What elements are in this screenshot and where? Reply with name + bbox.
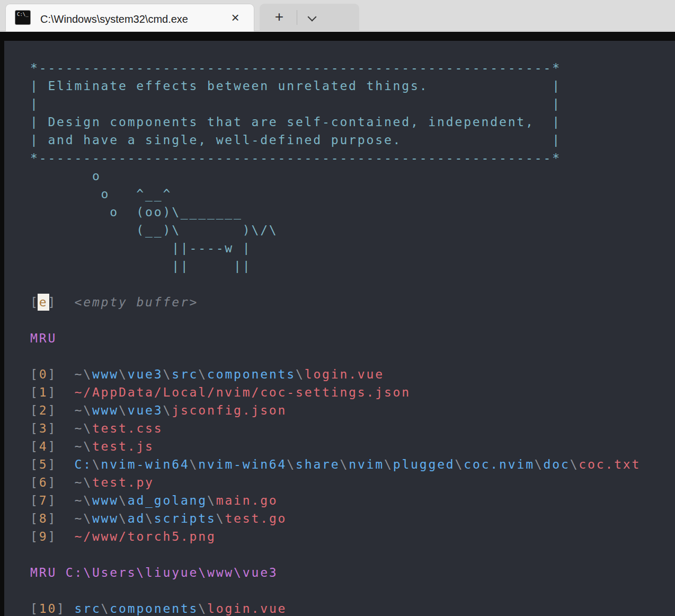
startify-entry-line[interactable]: [3] ~\test.css bbox=[30, 419, 641, 437]
startify-entry-line[interactable]: [2] ~\www\vue3\jsconfig.json bbox=[30, 401, 641, 419]
tab-close-button[interactable]: × bbox=[227, 10, 244, 27]
startify-entry-line[interactable]: [5] C:\nvim-win64\nvim-win64\share\nvim\… bbox=[30, 455, 641, 473]
startify-entry-line[interactable]: [0] ~\www\vue3\src\components\login.vue bbox=[30, 365, 641, 383]
startify-entry-line[interactable]: [4] ~\test.js bbox=[30, 437, 641, 455]
close-icon: × bbox=[231, 10, 239, 25]
startify-entry-line[interactable]: [6] ~\test.py bbox=[30, 473, 641, 491]
startify-entry-line[interactable]: [9] ~/www/torch5.png bbox=[30, 527, 641, 545]
terminal-line: *---------------------------------------… bbox=[30, 59, 641, 77]
terminal-line: *---------------------------------------… bbox=[30, 149, 641, 167]
divider bbox=[297, 10, 297, 25]
startify-buffer: *---------------------------------------… bbox=[30, 59, 641, 616]
startify-entry-line[interactable]: [7] ~\www\ad_golang\main.go bbox=[30, 491, 641, 509]
terminal-cursor: e bbox=[39, 295, 48, 309]
terminal-line: o ^__^ bbox=[30, 185, 641, 203]
terminal-blank-line bbox=[30, 347, 641, 365]
new-tab-button[interactable]: + bbox=[271, 8, 288, 27]
terminal-screen[interactable]: *---------------------------------------… bbox=[4, 41, 675, 616]
startify-entry-line[interactable]: [8] ~\www\ad\scripts\test.go bbox=[30, 509, 641, 527]
terminal-line: | Eliminate effects between unrelated th… bbox=[30, 77, 641, 95]
terminal-line: o (oo)\_______ bbox=[30, 203, 641, 221]
terminal-line: || || bbox=[30, 257, 641, 275]
terminal-line: | and have a single, well-defined purpos… bbox=[30, 131, 641, 149]
plus-icon: + bbox=[275, 8, 283, 25]
startify-entry-line[interactable]: [e] <empty buffer> bbox=[30, 293, 641, 311]
terminal-blank-line bbox=[30, 311, 641, 329]
terminal-line: MRU C:\Users\liuyue\www\vue3 bbox=[30, 564, 641, 582]
tab-bar: C:\_ C:\Windows\system32\cmd.exe × + bbox=[0, 0, 675, 31]
terminal-line: ||----w | bbox=[30, 239, 641, 257]
terminal-line: | Design components that are self-contai… bbox=[30, 113, 641, 131]
startify-entry-line[interactable]: [10] src\components\login.vue bbox=[30, 600, 641, 616]
terminal-window-padding: *---------------------------------------… bbox=[0, 32, 675, 616]
terminal-line: o bbox=[30, 167, 641, 185]
tab-title: C:\Windows\system32\cmd.exe bbox=[40, 12, 223, 27]
terminal-blank-line bbox=[30, 582, 641, 600]
terminal-blank-line bbox=[30, 545, 641, 564]
tab-actions-panel: + bbox=[260, 4, 359, 31]
terminal-line: MRU bbox=[30, 329, 641, 347]
tab-dropdown-button[interactable] bbox=[304, 8, 321, 27]
startify-entry-line[interactable]: [1] ~/AppData/Local/nvim/coc-settings.js… bbox=[30, 383, 641, 401]
cmd-prompt-icon: C:\_ bbox=[15, 10, 31, 25]
terminal-blank-line bbox=[30, 275, 641, 293]
terminal-line: (__)\ )\/\ bbox=[30, 221, 641, 239]
terminal-tab-cmd[interactable]: C:\_ C:\Windows\system32\cmd.exe × bbox=[5, 4, 254, 31]
terminal-line: | | bbox=[30, 95, 641, 113]
chevron-down-icon bbox=[308, 13, 317, 22]
